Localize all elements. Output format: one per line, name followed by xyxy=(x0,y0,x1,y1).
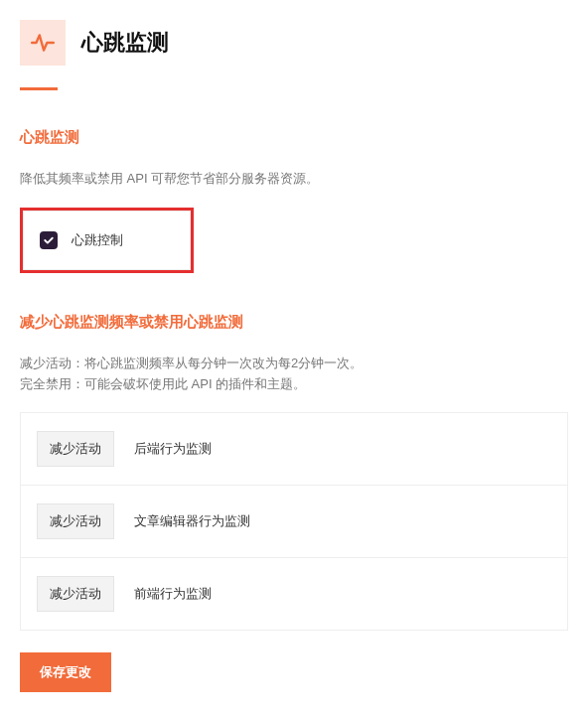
tab-indicator xyxy=(20,87,58,90)
save-button[interactable]: 保存更改 xyxy=(20,652,111,692)
option-row-frontend: 减少活动 前端行为监测 xyxy=(21,558,567,631)
highlight-box: 心跳控制 xyxy=(20,208,194,273)
reduce-button-backend[interactable]: 减少活动 xyxy=(37,431,114,467)
option-label-frontend: 前端行为监测 xyxy=(134,585,212,603)
option-list: 减少活动 后端行为监测 减少活动 文章编辑器行为监测 减少活动 前端行为监测 xyxy=(20,412,568,631)
section-heartbeat: 心跳监测 降低其频率或禁用 API 可帮您节省部分服务器资源。 心跳控制 xyxy=(20,128,568,273)
section-title-heartbeat: 心跳监测 xyxy=(20,128,568,147)
section-title-reduce: 减少心跳监测频率或禁用心跳监测 xyxy=(20,313,568,332)
heartbeat-icon xyxy=(20,20,66,66)
option-row-backend: 减少活动 后端行为监测 xyxy=(21,413,567,486)
page-title: 心跳监测 xyxy=(81,28,169,58)
option-row-editor: 减少活动 文章编辑器行为监测 xyxy=(21,486,567,558)
heartbeat-control-label: 心跳控制 xyxy=(72,231,123,249)
section-desc-heartbeat: 降低其频率或禁用 API 可帮您节省部分服务器资源。 xyxy=(20,169,568,190)
option-label-editor: 文章编辑器行为监测 xyxy=(134,512,250,530)
reduce-button-editor[interactable]: 减少活动 xyxy=(37,503,114,539)
section-reduce: 减少心跳监测频率或禁用心跳监测 减少活动：将心跳监测频率从每分钟一次改为每2分钟… xyxy=(20,313,568,693)
page-header: 心跳监测 xyxy=(20,20,568,66)
desc-line-2: 完全禁用：可能会破坏使用此 API 的插件和主题。 xyxy=(20,374,568,395)
reduce-button-frontend[interactable]: 减少活动 xyxy=(37,576,114,612)
heartbeat-control-checkbox[interactable] xyxy=(40,231,58,249)
section-desc-reduce: 减少活动：将心跳监测频率从每分钟一次改为每2分钟一次。 完全禁用：可能会破坏使用… xyxy=(20,354,568,395)
option-label-backend: 后端行为监测 xyxy=(134,440,212,458)
desc-line-1: 减少活动：将心跳监测频率从每分钟一次改为每2分钟一次。 xyxy=(20,354,568,374)
heartbeat-control-row[interactable]: 心跳控制 xyxy=(23,211,191,270)
